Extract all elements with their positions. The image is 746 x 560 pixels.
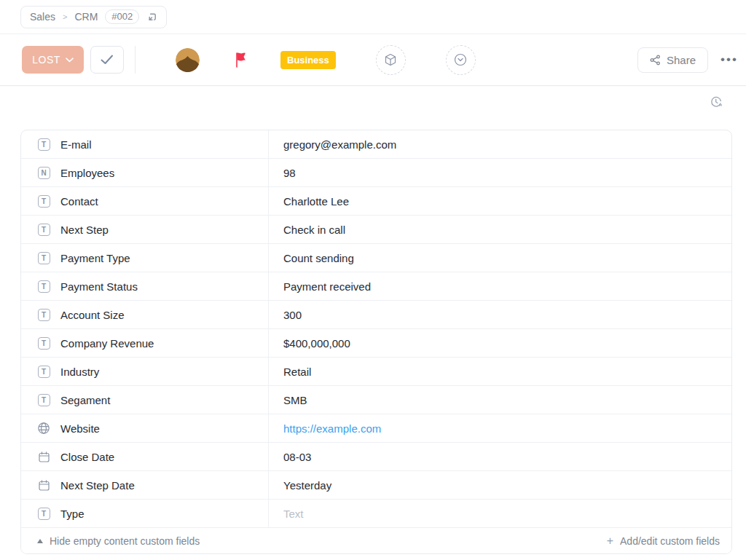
hide-empty-fields-label: Hide empty content custom fields xyxy=(50,535,200,547)
toolbar-right-group: Share ••• xyxy=(637,47,740,73)
dependencies-cube-button[interactable] xyxy=(376,45,406,75)
circle-chevron-icon xyxy=(453,52,468,67)
share-label: Share xyxy=(667,54,696,66)
field-row: NEmployees98 xyxy=(21,159,731,187)
add-edit-custom-fields-button[interactable]: + Add/edit custom fields xyxy=(607,535,720,548)
field-value[interactable]: Count sending xyxy=(269,244,731,272)
text-field-icon: T xyxy=(37,194,50,208)
field-row: TPayment StatusPayment received xyxy=(21,272,731,301)
website-field-icon xyxy=(37,422,50,435)
expand-icon[interactable] xyxy=(146,12,157,23)
field-row: TAccount Size300 xyxy=(21,301,731,329)
field-label: Industry xyxy=(60,366,99,378)
breadcrumb: Sales > CRM #002 xyxy=(20,6,167,28)
field-label: Account Size xyxy=(60,309,125,321)
field-label-cell[interactable]: TAccount Size xyxy=(21,301,269,328)
field-label: Segament xyxy=(60,394,110,406)
hide-empty-fields-button[interactable]: Hide empty content custom fields xyxy=(37,535,200,547)
field-label-cell[interactable]: TContact xyxy=(21,187,269,215)
status-check-circle-button[interactable] xyxy=(446,45,476,75)
priority-flag-icon[interactable] xyxy=(235,52,248,68)
field-label: E-mail xyxy=(60,138,92,151)
text-field-icon: T xyxy=(37,138,50,151)
field-value[interactable]: $400,000,000 xyxy=(269,329,731,357)
field-value[interactable]: 08-03 xyxy=(269,443,731,470)
field-label-cell[interactable]: Close Date xyxy=(21,443,269,470)
field-label-cell[interactable]: TPayment Type xyxy=(21,244,269,272)
status-label: LOST xyxy=(32,54,60,66)
field-row: TTypeText xyxy=(21,500,731,528)
tag-badge[interactable]: Business xyxy=(280,51,336,69)
field-row: TCompany Revenue$400,000,000 xyxy=(21,329,731,358)
share-icon xyxy=(650,55,661,66)
breadcrumb-item-crm[interactable]: CRM xyxy=(74,11,98,23)
plus-icon: + xyxy=(607,535,613,548)
field-label: Website xyxy=(60,422,100,435)
complete-task-button[interactable] xyxy=(90,46,124,74)
custom-fields-footer: Hide empty content custom fields + Add/e… xyxy=(21,528,731,553)
field-label: Type xyxy=(60,508,85,520)
field-value-link[interactable]: https://example.com xyxy=(269,414,731,442)
field-label-cell[interactable]: TSegament xyxy=(21,386,269,414)
field-label-cell[interactable]: TNext Step xyxy=(21,216,269,243)
field-label: Contact xyxy=(60,195,98,208)
breadcrumb-bar: Sales > CRM #002 xyxy=(0,0,746,34)
text-field-icon: T xyxy=(37,365,50,378)
field-label: Employees xyxy=(60,167,114,179)
field-label-cell[interactable]: TType xyxy=(21,500,269,527)
field-label: Payment Type xyxy=(60,252,130,264)
text-field-icon: T xyxy=(37,280,50,293)
checkmark-icon xyxy=(101,55,114,65)
field-value[interactable]: 300 xyxy=(269,301,731,328)
field-label-cell[interactable]: TPayment Status xyxy=(21,272,269,300)
field-row: TNext StepCheck in call xyxy=(21,216,731,244)
field-value[interactable]: Yesterday xyxy=(269,471,731,499)
field-row: Websitehttps://example.com xyxy=(21,414,731,443)
field-value[interactable]: Check in call xyxy=(269,216,731,243)
time-in-status-icon[interactable] xyxy=(710,95,723,109)
custom-fields-rows: TE-mailgregory@example.comNEmployees98TC… xyxy=(21,130,731,528)
breadcrumb-item-sales[interactable]: Sales xyxy=(30,11,55,23)
add-edit-custom-fields-label: Add/edit custom fields xyxy=(620,535,720,547)
field-value[interactable]: Payment received xyxy=(269,272,731,300)
custom-fields-card: TE-mailgregory@example.comNEmployees98TC… xyxy=(20,130,732,554)
field-label: Company Revenue xyxy=(60,337,154,350)
field-label: Next Step Date xyxy=(60,479,135,492)
field-label-cell[interactable]: TIndustry xyxy=(21,358,269,385)
date-field-icon xyxy=(37,478,50,492)
field-value[interactable]: SMB xyxy=(269,386,731,414)
field-value[interactable]: Charlotte Lee xyxy=(269,187,731,215)
field-value[interactable]: Text xyxy=(269,500,731,527)
field-label-cell[interactable]: TCompany Revenue xyxy=(21,329,269,357)
status-dropdown-button[interactable]: LOST xyxy=(22,46,84,74)
field-label: Close Date xyxy=(60,451,114,463)
field-label-cell[interactable]: NEmployees xyxy=(21,159,269,186)
field-label-cell[interactable]: Website xyxy=(21,414,269,442)
field-row: Next Step DateYesterday xyxy=(21,471,731,500)
field-label-cell[interactable]: TE-mail xyxy=(21,130,269,158)
field-value[interactable]: Retail xyxy=(269,358,731,385)
chevron-right-icon: > xyxy=(63,12,67,21)
text-field-icon: T xyxy=(37,223,50,236)
text-field-icon: T xyxy=(37,336,50,350)
field-label-cell[interactable]: Next Step Date xyxy=(21,471,269,499)
assignee-avatar[interactable] xyxy=(176,48,200,72)
cube-icon xyxy=(384,53,397,66)
field-row: TIndustryRetail xyxy=(21,358,731,386)
text-field-icon: T xyxy=(37,393,50,406)
task-toolbar: LOST Business xyxy=(0,34,746,86)
more-options-button[interactable]: ••• xyxy=(718,52,740,67)
task-id-badge: #002 xyxy=(105,9,139,24)
share-button[interactable]: Share xyxy=(637,47,708,73)
number-field-icon: N xyxy=(37,166,50,179)
toolbar-divider xyxy=(135,46,136,74)
field-value[interactable]: 98 xyxy=(269,159,731,186)
text-field-icon: T xyxy=(37,251,50,264)
field-label: Payment Status xyxy=(60,280,138,293)
field-row: TPayment TypeCount sending xyxy=(21,244,731,272)
field-value[interactable]: gregory@example.com xyxy=(269,130,731,158)
text-field-icon: T xyxy=(37,507,50,520)
field-row: TContactCharlotte Lee xyxy=(21,187,731,216)
task-content: TE-mailgregory@example.comNEmployees98TC… xyxy=(0,86,746,554)
text-field-icon: T xyxy=(37,308,50,321)
